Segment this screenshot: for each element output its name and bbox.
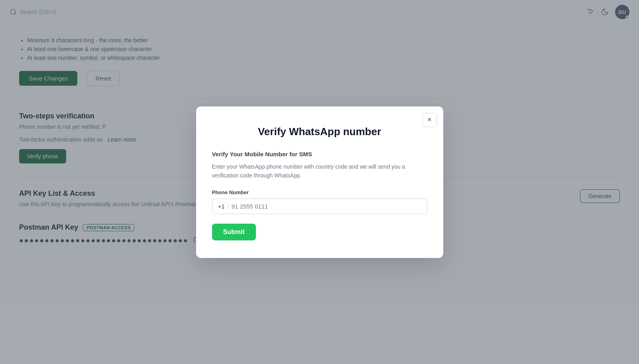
phone-number-input[interactable]: [232, 203, 421, 210]
phone-input-wrapper[interactable]: +1: [212, 199, 427, 214]
modal-title: Verify WhatsApp number: [212, 126, 427, 138]
country-code: +1: [218, 203, 228, 210]
modal-overlay[interactable]: × Verify WhatsApp number Verify Your Mob…: [0, 0, 639, 364]
modal-subtitle: Verify Your Mobile Number for SMS: [212, 151, 427, 157]
phone-label: Phone Number: [212, 189, 427, 195]
modal-description: Enter your WhatsApp phone number with co…: [212, 162, 427, 180]
modal-close-button[interactable]: ×: [423, 113, 437, 127]
close-icon: ×: [427, 116, 432, 124]
submit-button[interactable]: Submit: [212, 224, 256, 240]
modal: × Verify WhatsApp number Verify Your Mob…: [196, 106, 443, 258]
